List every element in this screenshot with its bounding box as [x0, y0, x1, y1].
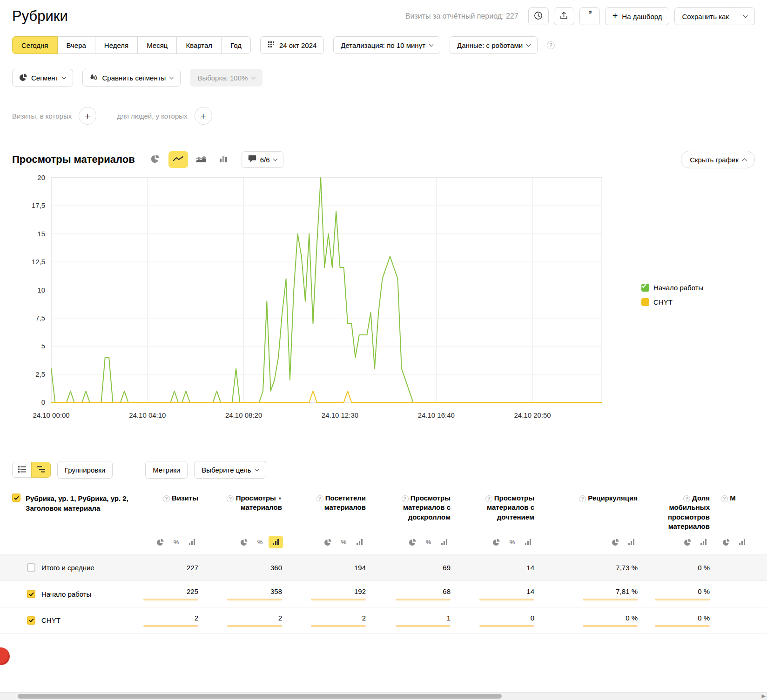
bars-toggle-icon[interactable]	[696, 536, 711, 548]
bars-toggle-icon[interactable]	[521, 536, 535, 548]
pie-toggle-icon[interactable]	[608, 536, 623, 548]
table-metric-toggles-row: %%%%%	[0, 532, 767, 554]
metric-help-icon[interactable]	[579, 495, 586, 502]
column-header[interactable]: Доля мобильных просмотров материалов	[642, 490, 714, 532]
sampling-dropdown[interactable]: Выборка: 100%	[190, 69, 262, 87]
period-tab[interactable]: Сегодня	[12, 36, 58, 54]
row-checkbox[interactable]	[27, 616, 35, 625]
period-tab[interactable]: Неделя	[95, 36, 138, 54]
column-header[interactable]: Посетители материалов	[287, 490, 370, 532]
period-controls-row: СегодняВчераНеделяМесяцКварталГод 24 окт…	[0, 36, 767, 54]
row-checkbox[interactable]	[27, 590, 35, 598]
history-button[interactable]	[528, 7, 549, 25]
metric-help-icon[interactable]	[316, 495, 323, 502]
pie-toggle-icon[interactable]	[237, 536, 251, 548]
floating-badge[interactable]	[0, 647, 10, 665]
add-to-dashboard-button[interactable]: На дашборд	[605, 7, 670, 25]
sort-desc-icon[interactable]	[278, 494, 282, 502]
annotations-button[interactable]: 6/6	[242, 151, 283, 168]
pie-chart-view-button[interactable]	[146, 151, 165, 168]
percent-toggle-icon[interactable]: %	[169, 536, 183, 548]
metric-value: 360	[208, 564, 282, 572]
visits-summary: Визиты за отчётный период: 227	[405, 12, 518, 20]
compare-segments-button[interactable]: Сравнить сегменты	[82, 69, 181, 87]
percent-toggle-icon[interactable]: %	[253, 536, 267, 548]
pie-toggle-icon[interactable]	[680, 536, 695, 548]
help-icon[interactable]	[547, 41, 555, 49]
metric-help-icon[interactable]	[227, 495, 234, 502]
goal-dropdown[interactable]: Выберите цель	[194, 461, 266, 479]
metric-display-toggles: %	[455, 532, 539, 554]
export-button[interactable]	[554, 7, 574, 25]
column-header[interactable]: Рециркуляция	[539, 490, 642, 532]
period-tab[interactable]: Месяц	[137, 36, 177, 54]
column-header[interactable]: Просмотры материалов	[203, 490, 287, 532]
scroll-right-arrow-icon[interactable]: ▶	[762, 693, 766, 699]
tree-view-button[interactable]	[31, 462, 51, 478]
pie-toggle-icon[interactable]	[321, 536, 335, 548]
period-tab[interactable]: Квартал	[176, 36, 222, 54]
segment-label: Сегмент	[31, 74, 58, 82]
column-header[interactable]: М	[714, 490, 767, 532]
share-bar	[143, 625, 198, 627]
select-all-checkbox[interactable]	[12, 493, 20, 502]
plus-icon	[612, 12, 618, 21]
segment-button[interactable]: Сегмент	[12, 69, 73, 87]
bars-toggle-icon[interactable]	[185, 536, 199, 548]
horizontal-scrollbar[interactable]: ▶	[0, 692, 767, 700]
bars-toggle-icon[interactable]	[437, 536, 451, 548]
flat-list-view-button[interactable]	[12, 462, 32, 478]
metric-value: 69	[375, 564, 451, 572]
groupings-button[interactable]: Группировки	[57, 461, 113, 479]
save-as-dropdown-button[interactable]	[736, 7, 755, 25]
hide-chart-button[interactable]: Скрыть график	[681, 151, 755, 168]
pie-segment-icon	[20, 73, 27, 82]
metric-display-toggles	[642, 532, 714, 554]
bars-toggle-icon[interactable]	[735, 536, 749, 548]
scrollbar-thumb[interactable]	[18, 694, 502, 699]
line-chart-view-button[interactable]	[168, 151, 188, 168]
date-picker-button[interactable]: 24 окт 2024	[260, 36, 324, 54]
percent-toggle-icon[interactable]: %	[421, 536, 436, 548]
pie-toggle-icon[interactable]	[719, 536, 733, 548]
chart-area: 24.10 00:0024.10 04:1024.10 08:2024.10 1…	[0, 172, 767, 435]
metrics-button[interactable]: Метрики	[145, 461, 188, 479]
bar-chart-view-button[interactable]	[214, 151, 234, 168]
add-visit-filter-button[interactable]	[79, 107, 96, 125]
detalization-label: Детализация: по 10 минут	[341, 41, 425, 49]
pie-toggle-icon[interactable]	[153, 536, 168, 548]
period-tab[interactable]: Год	[221, 36, 251, 54]
column-header[interactable]: Просмотры материалов с доскроллом	[370, 490, 455, 532]
share-bar	[227, 625, 282, 627]
percent-toggle-icon[interactable]: %	[505, 536, 519, 548]
metric-value-cell: 7,73 %	[539, 564, 642, 572]
series-checkbox[interactable]	[641, 298, 649, 306]
bars-toggle-icon[interactable]	[269, 536, 283, 548]
percent-toggle-icon[interactable]: %	[336, 536, 351, 548]
people-filter-label: для людей, у которых	[117, 112, 187, 120]
pie-toggle-icon[interactable]	[405, 536, 420, 548]
pie-toggle-icon[interactable]	[489, 536, 504, 548]
data-mode-dropdown[interactable]: Данные: с роботами	[450, 36, 538, 54]
page-title: Рубрики	[12, 8, 68, 25]
column-header[interactable]: Визиты	[138, 490, 203, 532]
column-header[interactable]: Просмотры материалов с дочтением	[455, 490, 539, 532]
bars-toggle-icon[interactable]	[352, 536, 367, 548]
metric-help-icon[interactable]	[402, 495, 409, 502]
detalization-dropdown[interactable]: Детализация: по 10 минут	[333, 36, 440, 54]
compare-button[interactable]	[579, 7, 600, 25]
row-checkbox[interactable]	[27, 563, 35, 572]
metric-help-icon[interactable]	[683, 495, 690, 502]
metric-help-icon[interactable]	[163, 495, 170, 502]
metric-help-icon[interactable]	[485, 495, 492, 502]
bars-toggle-icon[interactable]	[624, 536, 639, 548]
table-row: Начало работы22535819268147,81 %0 %	[0, 580, 767, 607]
metric-help-icon[interactable]	[721, 495, 728, 502]
line-chart[interactable]: 24.10 00:0024.10 04:1024.10 08:2024.10 1…	[0, 172, 619, 433]
area-chart-view-button[interactable]	[191, 151, 211, 168]
save-as-button[interactable]: Сохранить как	[674, 7, 736, 25]
metric-value: 2	[208, 614, 282, 622]
period-tab[interactable]: Вчера	[57, 36, 95, 54]
add-people-filter-button[interactable]	[195, 107, 212, 125]
metric-value: 14	[460, 564, 534, 572]
